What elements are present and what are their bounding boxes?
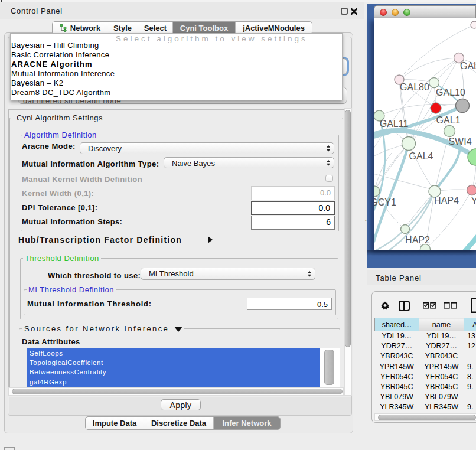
svg-text:GAL80: GAL80 — [400, 82, 429, 92]
svg-text:GAL11: GAL11 — [380, 119, 409, 129]
svg-text:YPL: YPL — [471, 196, 476, 206]
svg-text:GCY1: GCY1 — [374, 197, 396, 207]
svg-text:GAL4: GAL4 — [409, 151, 433, 161]
svg-text:GAL1: GAL1 — [436, 115, 461, 125]
svg-text:GAL2: GAL2 — [460, 61, 476, 71]
svg-text:HAP2: HAP2 — [405, 235, 430, 245]
svg-text:HAP4: HAP4 — [434, 195, 459, 206]
svg-text:SWI4: SWI4 — [448, 136, 471, 146]
svg-text:GAL10: GAL10 — [436, 87, 465, 97]
